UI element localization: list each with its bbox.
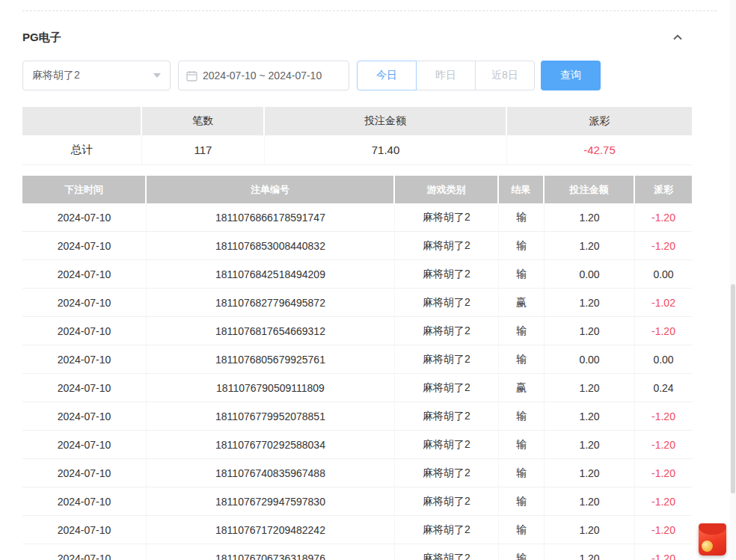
- result-cell: 输: [499, 232, 545, 260]
- section-header: PG电子: [22, 30, 685, 45]
- bet-id-cell: 1811076853008440832: [147, 232, 395, 260]
- game-type-cell: 麻将胡了2: [395, 431, 499, 459]
- calendar-icon: [186, 70, 197, 81]
- bet-id-cell: 1811076866178591747: [147, 203, 395, 232]
- bet-amount-cell: 1.20: [545, 374, 635, 402]
- game-type-cell: 麻将胡了2: [395, 487, 499, 516]
- table-row: 2024-07-101811076770292588034麻将胡了2输1.20-…: [22, 431, 692, 459]
- bet-amount-cell: 1.20: [545, 487, 635, 516]
- bet-amount-cell: 1.20: [545, 516, 635, 544]
- bet-id-cell: 1811076842518494209: [147, 260, 395, 289]
- records-header-row: 下注时间 注单编号 游戏类别 结果 投注金额 派彩: [22, 176, 692, 203]
- game-type-cell: 麻将胡了2: [395, 317, 499, 345]
- bet-time-cell: 2024-07-10: [22, 289, 147, 317]
- last-8-days-button[interactable]: 近8日: [475, 61, 535, 90]
- game-type-cell: 麻将胡了2: [395, 516, 499, 544]
- bet-time-cell: 2024-07-10: [22, 374, 147, 402]
- result-cell: 赢: [499, 289, 545, 317]
- bet-amount-cell: 0.00: [545, 345, 635, 374]
- result-cell: 输: [499, 402, 545, 431]
- game-type-cell: 麻将胡了2: [395, 232, 499, 260]
- summary-header-bet-amount: 投注金额: [265, 107, 507, 135]
- bet-amount-cell: 1.20: [545, 203, 635, 232]
- col-header-payout: 派彩: [635, 176, 692, 203]
- date-range-picker[interactable]: 2024-07-10 ~ 2024-07-10: [178, 61, 349, 90]
- scrollbar-track[interactable]: [730, 0, 736, 560]
- bet-amount-cell: 1.20: [545, 431, 635, 459]
- bet-amount-cell: 0.00: [545, 260, 635, 289]
- bet-amount-cell: 1.20: [545, 402, 635, 431]
- table-row: 2024-07-101811076706736318976麻将胡了2输1.20-…: [22, 544, 692, 560]
- bet-time-cell: 2024-07-10: [22, 431, 147, 459]
- payout-cell: 0.00: [635, 260, 692, 289]
- table-row: 2024-07-101811076717209482242麻将胡了2输1.20-…: [22, 516, 692, 544]
- bet-id-cell: 1811076706736318976: [147, 544, 395, 560]
- bet-time-cell: 2024-07-10: [22, 544, 147, 560]
- summary-table: 笔数 投注金额 派彩 总计 117 71.40 -42.75: [22, 107, 692, 165]
- payout-cell: -1.02: [635, 289, 692, 317]
- chevron-down-icon: [153, 73, 161, 78]
- summary-header-count: 笔数: [142, 107, 265, 135]
- payout-cell: -1.20: [635, 402, 692, 431]
- result-cell: 输: [499, 459, 545, 487]
- bet-time-cell: 2024-07-10: [22, 317, 147, 345]
- summary-header-row: 笔数 投注金额 派彩: [22, 107, 692, 135]
- bet-id-cell: 1811076827796495872: [147, 289, 395, 317]
- red-envelope-icon[interactable]: [699, 523, 726, 556]
- bet-id-cell: 1811076790509111809: [147, 374, 395, 402]
- col-header-bet-time: 下注时间: [22, 176, 147, 203]
- bet-time-cell: 2024-07-10: [22, 260, 147, 289]
- col-header-bet-id: 注单编号: [147, 176, 395, 203]
- payout-cell: -1.20: [635, 317, 692, 345]
- bet-id-cell: 1811076717209482242: [147, 516, 395, 544]
- summary-bet-amount-value: 71.40: [265, 135, 507, 165]
- table-row: 2024-07-101811076842518494209麻将胡了2输0.000…: [22, 260, 692, 289]
- result-cell: 输: [499, 260, 545, 289]
- records-tbody: 2024-07-101811076866178591747麻将胡了2输1.20-…: [22, 203, 692, 560]
- result-cell: 输: [499, 544, 545, 560]
- section-title: PG电子: [22, 31, 61, 45]
- bet-time-cell: 2024-07-10: [22, 516, 147, 544]
- query-button[interactable]: 查询: [541, 61, 601, 90]
- payout-cell: -1.20: [635, 459, 692, 487]
- summary-count-value: 117: [142, 135, 265, 165]
- game-type-cell: 麻将胡了2: [395, 203, 499, 232]
- bet-amount-cell: 1.20: [545, 232, 635, 260]
- chevron-up-icon: [672, 31, 684, 43]
- result-cell: 赢: [499, 374, 545, 402]
- bet-time-cell: 2024-07-10: [22, 203, 147, 232]
- table-row: 2024-07-101811076817654669312麻将胡了2输1.20-…: [22, 317, 692, 345]
- result-cell: 输: [499, 516, 545, 544]
- bet-id-cell: 1811076729947597830: [147, 487, 395, 516]
- scrollbar-thumb[interactable]: [731, 284, 735, 493]
- bet-id-cell: 1811076740835967488: [147, 459, 395, 487]
- bet-amount-cell: 1.20: [545, 459, 635, 487]
- summary-payout-value: -42.75: [507, 135, 692, 165]
- game-type-cell: 麻将胡了2: [395, 459, 499, 487]
- bet-id-cell: 1811076770292588034: [147, 431, 395, 459]
- col-header-game-type: 游戏类别: [395, 176, 499, 203]
- filter-row: 麻将胡了2 2024-07-10 ~ 2024-07-10 今日 昨日 近8日 …: [22, 61, 601, 90]
- result-cell: 输: [499, 487, 545, 516]
- payout-cell: -1.20: [635, 431, 692, 459]
- bet-amount-cell: 1.20: [545, 317, 635, 345]
- game-type-cell: 麻将胡了2: [395, 544, 499, 560]
- col-header-bet-amount: 投注金额: [545, 176, 635, 203]
- game-type-cell: 麻将胡了2: [395, 345, 499, 374]
- bet-time-cell: 2024-07-10: [22, 402, 147, 431]
- table-row: 2024-07-101811076827796495872麻将胡了2赢1.20-…: [22, 289, 692, 317]
- today-button[interactable]: 今日: [357, 61, 417, 90]
- summary-total-label: 总计: [22, 135, 142, 165]
- payout-cell: -1.20: [635, 516, 692, 544]
- table-row: 2024-07-101811076779952078851麻将胡了2输1.20-…: [22, 402, 692, 431]
- game-select[interactable]: 麻将胡了2: [22, 61, 171, 90]
- table-row: 2024-07-101811076866178591747麻将胡了2输1.20-…: [22, 203, 692, 232]
- collapse-section-button[interactable]: [670, 30, 685, 45]
- bet-id-cell: 1811076779952078851: [147, 402, 395, 431]
- game-select-value: 麻将胡了2: [32, 69, 80, 82]
- yesterday-button[interactable]: 昨日: [416, 61, 476, 90]
- payout-cell: -1.20: [635, 544, 692, 560]
- game-type-cell: 麻将胡了2: [395, 402, 499, 431]
- result-cell: 输: [499, 317, 545, 345]
- result-cell: 输: [499, 431, 545, 459]
